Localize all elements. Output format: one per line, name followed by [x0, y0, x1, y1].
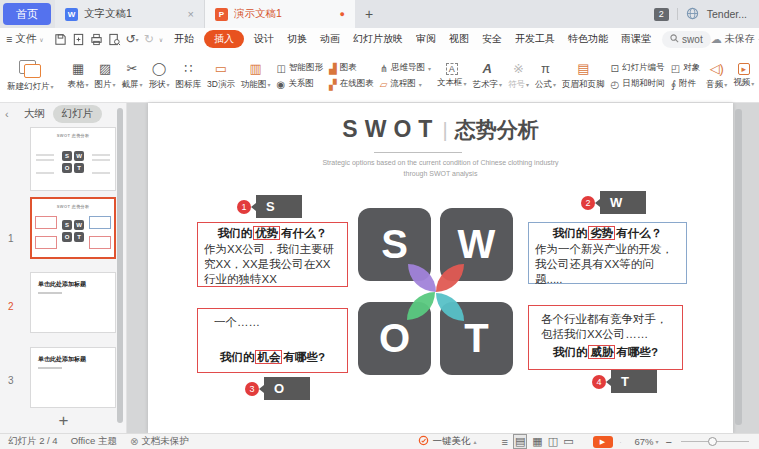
- message-count-badge[interactable]: 2: [654, 8, 669, 21]
- smartart-button[interactable]: ◫智能图形: [276, 62, 322, 74]
- opportunities-textbox[interactable]: 一个…… 我们的机会有哪些?: [197, 308, 348, 373]
- tab-security[interactable]: 安全: [479, 30, 505, 48]
- tab-devtools[interactable]: 开发工具: [512, 30, 558, 48]
- tab-special-features[interactable]: 特色功能: [565, 30, 611, 48]
- tab-insert[interactable]: 插入: [204, 30, 244, 48]
- title-divider: |: [442, 119, 447, 141]
- globe-icon: [686, 7, 699, 22]
- slide-thumbnail-2-selected[interactable]: SWOT 态势分析 S W O T: [30, 197, 116, 259]
- slide-subtitle[interactable]: Strategic options based on the current c…: [148, 158, 733, 179]
- undo-button[interactable]: ↺▾: [126, 32, 139, 46]
- flowchart-button[interactable]: ▱流程图▾: [380, 78, 431, 90]
- tab-transition[interactable]: 切换: [284, 30, 310, 48]
- search-input[interactable]: swot: [662, 31, 711, 48]
- ribbon-insert: 新建幻灯片▾ ▦ 表格▾ ▨ 图片▾ ✂ 截屏▾ ◯ 形状▾ ∷ 图标库 ▭ 3…: [0, 50, 759, 103]
- slide-thumbnail-4[interactable]: 单击此处添加标题: [30, 347, 116, 408]
- sidebar-scrollbar[interactable]: [117, 108, 123, 423]
- tab-home[interactable]: 开始: [171, 30, 197, 48]
- letter-tag-w[interactable]: W: [600, 191, 646, 214]
- notes-toggle-icon[interactable]: ≡: [501, 436, 507, 448]
- save-button[interactable]: [54, 33, 67, 46]
- collapse-sidebar-icon[interactable]: ‹: [5, 108, 9, 120]
- slide-number-button[interactable]: ⊡幻灯片编号: [611, 62, 665, 74]
- tab-view[interactable]: 视图: [446, 30, 472, 48]
- 3d-presentation-button[interactable]: ▭ 3D演示: [205, 62, 237, 91]
- new-tab-button[interactable]: +: [355, 6, 383, 22]
- canvas-scrollbar[interactable]: [735, 109, 742, 425]
- formula-button[interactable]: π 公式▾: [533, 62, 558, 91]
- play-slideshow-button[interactable]: ▶: [593, 436, 613, 448]
- mini-tile: T: [74, 232, 84, 242]
- divider: [677, 8, 678, 20]
- reading-view-icon[interactable]: ◫: [548, 435, 558, 448]
- audio-button[interactable]: ◁) 音频▾: [704, 62, 729, 91]
- home-tab[interactable]: 首页: [3, 3, 51, 25]
- slide-title[interactable]: SWOT | 态势分析: [148, 116, 733, 144]
- export-button[interactable]: [72, 33, 85, 46]
- datetime-button[interactable]: ◴日期和时间: [611, 78, 665, 90]
- shapes-button[interactable]: ◯ 形状▾: [147, 62, 172, 91]
- textbox-button[interactable]: A 文本框▾: [435, 63, 469, 89]
- caret-down-icon: ▾: [656, 438, 659, 445]
- letter-tag-t[interactable]: T: [611, 370, 657, 393]
- doc-tab-writer[interactable]: W 文字文稿1 ×: [55, 0, 205, 28]
- header-footer-button[interactable]: ▤ 页眉和页脚: [560, 62, 607, 91]
- thumb-title: SWOT 态势分析: [39, 133, 106, 138]
- slide-sorter-view-icon[interactable]: ▦: [532, 435, 542, 448]
- file-menu[interactable]: ≡ 文件 ∨: [6, 32, 44, 46]
- tab-design[interactable]: 设计: [251, 30, 277, 48]
- user-account[interactable]: Tender...: [707, 8, 747, 20]
- online-chart-button[interactable]: ▞在线图表: [329, 78, 374, 90]
- table-button[interactable]: ▦ 表格▾: [66, 62, 91, 91]
- zoom-slider-thumb[interactable]: [708, 437, 717, 446]
- letter-tag-s[interactable]: S: [256, 195, 302, 218]
- mini-tile: W: [74, 220, 84, 230]
- 3d-presentation-icon: ▭: [215, 62, 227, 77]
- close-icon[interactable]: ×: [188, 8, 194, 20]
- tab-outline[interactable]: 大纲: [24, 107, 45, 121]
- chart-button[interactable]: ▟图表: [329, 62, 374, 74]
- save-status[interactable]: ☁ 未保存 ·: [711, 32, 759, 46]
- zoom-slider[interactable]: [681, 441, 749, 442]
- screenshot-button[interactable]: ✂ 截屏▾: [120, 62, 145, 91]
- icon-library-button[interactable]: ∷ 图标库: [174, 62, 204, 91]
- weaknesses-textbox[interactable]: 我们的劣势有什么？ 作为一个新兴产业的开发，我公司还具有XX等的问题.....: [528, 222, 687, 284]
- beautify-button[interactable]: 一键美化 ▴: [418, 435, 476, 448]
- mini-tile: W: [74, 151, 84, 161]
- video-button[interactable]: ▸ 视频▾: [731, 63, 756, 89]
- slide-thumbnail-3[interactable]: 单击此处添加标题: [30, 272, 116, 333]
- strengths-textbox[interactable]: 我们的优势有什么？ 作为XX公司，我们主要研究XX，XX是我公司在XX行业的独特…: [197, 222, 348, 287]
- slideshow-view-icon[interactable]: ▭: [563, 435, 573, 448]
- tab-slides[interactable]: 幻灯片: [53, 105, 103, 123]
- threats-textbox[interactable]: 各个行业都有竞争对手，包括我们XX公司…… 我们的威胁有哪些?: [528, 305, 683, 370]
- customize-toolbar-button[interactable]: ∨: [159, 36, 163, 43]
- mini-tile: T: [74, 163, 84, 173]
- redo-button[interactable]: ↻: [144, 32, 154, 46]
- zoom-out-button[interactable]: −: [666, 436, 672, 448]
- tab-animation[interactable]: 动画: [317, 30, 343, 48]
- normal-view-icon[interactable]: ▤: [513, 434, 527, 449]
- new-slide-button[interactable]: 新建幻灯片▾: [3, 60, 58, 93]
- step-badge-3: 3: [245, 382, 259, 396]
- undo-icon: ↺: [126, 32, 136, 46]
- function-chart-button[interactable]: ▥ 功能图▾: [239, 62, 273, 91]
- tab-slideshow[interactable]: 幻灯片放映: [350, 30, 406, 48]
- attachment-button[interactable]: ∮附件: [671, 78, 700, 90]
- caret-up-icon: ▴: [473, 438, 476, 445]
- print-preview-button[interactable]: [108, 33, 121, 46]
- mindmap-button[interactable]: ⋔思维导图▾: [380, 62, 431, 74]
- tab-rain-classroom[interactable]: 雨课堂: [618, 30, 654, 48]
- print-button[interactable]: [90, 33, 103, 46]
- doc-tab-presentation[interactable]: P 演示文稿1 ●: [205, 0, 355, 28]
- tab-review[interactable]: 审阅: [413, 30, 439, 48]
- wordart-button[interactable]: A 艺术字▾: [471, 62, 505, 91]
- zoom-level[interactable]: 67% ▾: [635, 436, 659, 447]
- slide-thumbnail-1[interactable]: SWOT 态势分析 S W O T: [30, 127, 116, 191]
- protection-status[interactable]: ⊗ 文档未保护: [130, 435, 189, 448]
- add-slide-button[interactable]: +: [0, 411, 127, 431]
- picture-button[interactable]: ▨ 图片▾: [93, 62, 118, 91]
- slide-2-canvas[interactable]: SWOT | 态势分析 Strategic options based on t…: [148, 103, 733, 433]
- letter-tag-o[interactable]: O: [264, 377, 310, 400]
- relation-chart-button[interactable]: ◉关系图: [276, 78, 322, 90]
- object-button[interactable]: ◰对象: [671, 62, 700, 74]
